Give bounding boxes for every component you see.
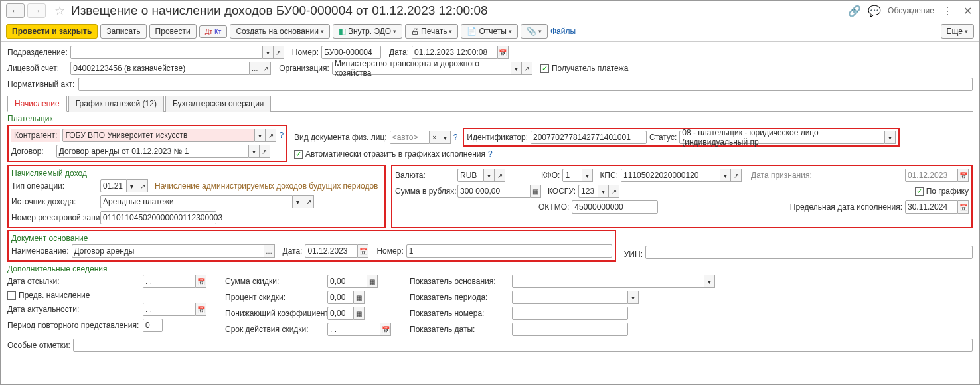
sched-checkbox[interactable]: ✓По графику (915, 187, 969, 196)
auto-help-icon[interactable]: ? (488, 149, 493, 159)
actual-cal[interactable]: 📅 (196, 303, 206, 316)
write-button[interactable]: Записать (100, 24, 146, 38)
kps-dd[interactable]: ▾ (720, 169, 731, 182)
account-input[interactable]: 04002123456 (в казначействе) (70, 62, 250, 75)
limit-cal[interactable]: 📅 (958, 200, 969, 214)
contr-dd[interactable]: ▾ (255, 129, 266, 142)
recog-cal[interactable]: 📅 (958, 169, 969, 182)
contr-input[interactable]: ГОБУ ВПО Университет искусств (62, 129, 255, 142)
account-open[interactable]: ↗ (260, 62, 271, 75)
basis-date-cal[interactable]: 📅 (358, 244, 368, 258)
post-and-close-button[interactable]: Провести и закрыть (6, 24, 98, 38)
kfo-dd[interactable]: ▾ (582, 169, 593, 182)
contr-open[interactable]: ↗ (266, 129, 276, 142)
term-input[interactable]: . . (327, 323, 380, 336)
optype-open[interactable]: ↗ (137, 179, 148, 193)
print-button[interactable]: 🖨Печать▾ (405, 24, 458, 38)
kps-input[interactable]: 11105022020000120 (621, 169, 720, 182)
subdiv-input[interactable] (70, 46, 263, 59)
basis-date-input[interactable]: 01.12.2023 (305, 244, 358, 258)
ind-basis-dd[interactable]: ▾ (704, 275, 715, 288)
oktmo-input[interactable]: 45000000000 (572, 200, 658, 214)
status-input[interactable]: 08 - плательщик - юридическое лицо (инди… (679, 131, 885, 144)
ind-period-input[interactable] (512, 291, 628, 304)
account-more[interactable]: … (250, 62, 260, 75)
optype-input[interactable]: 01.21 (100, 179, 127, 193)
disc-sum-input[interactable]: 0,00 (327, 275, 367, 288)
auto-checkbox[interactable]: ✓Автоматически отразить в графиках испол… (294, 149, 485, 159)
optype-dd[interactable]: ▾ (127, 179, 137, 193)
tab-accrual[interactable]: Начисление (7, 96, 67, 112)
doc-dd[interactable]: ▾ (440, 131, 451, 144)
dk-button[interactable]: ДтКт (199, 25, 228, 38)
link-icon[interactable]: 🔗 (848, 4, 861, 17)
discussion-label[interactable]: Обсуждение (888, 6, 934, 15)
coef-input[interactable]: 0,00 (327, 307, 354, 320)
tab-schedule[interactable]: График платежей (12) (68, 96, 164, 112)
coef-calc[interactable]: ▦ (354, 307, 365, 320)
subdiv-dd[interactable]: ▾ (263, 46, 274, 59)
status-dd[interactable]: ▾ (885, 131, 896, 144)
org-input[interactable]: Министерство транспорта и дорожного хозя… (332, 62, 511, 75)
marks-input[interactable] (73, 339, 973, 352)
kps-open[interactable]: ↗ (731, 169, 742, 182)
kebab-menu-icon[interactable]: ⋮ (941, 4, 954, 17)
reports-button[interactable]: 📄Отчеты▾ (461, 24, 517, 38)
org-dd[interactable]: ▾ (511, 62, 522, 75)
more-button[interactable]: Еще▾ (941, 24, 974, 38)
disc-pct-input[interactable]: 0,00 (327, 291, 354, 304)
date-cal[interactable]: 📅 (498, 46, 509, 59)
basis-name-input[interactable]: Договор аренды (72, 244, 264, 258)
kfo-input[interactable]: 1 (562, 169, 582, 182)
number-input[interactable]: БУ00-000004 (321, 46, 381, 59)
id-input[interactable]: 2007702778142771401001 (531, 131, 647, 144)
ind-basis-input[interactable] (512, 275, 704, 288)
contr-help-icon[interactable]: ? (279, 131, 284, 140)
files-link[interactable]: Файлы (550, 27, 576, 36)
doc-input[interactable]: <авто> (390, 131, 430, 144)
kosgu-dd[interactable]: ▾ (598, 185, 609, 198)
contract-open[interactable]: ↗ (260, 145, 270, 158)
basis-num-input[interactable]: 1 (406, 244, 612, 258)
send-cal[interactable]: 📅 (196, 275, 206, 288)
kosgu-input[interactable]: 123 (578, 185, 598, 198)
back-button[interactable]: ← (6, 3, 25, 18)
reg-input[interactable]: 011011045020000000112300003 (100, 211, 216, 224)
close-icon[interactable]: ✕ (961, 4, 974, 17)
forward-button[interactable]: → (27, 3, 46, 18)
date-input[interactable]: 01.12.2023 12:00:08 (412, 46, 498, 59)
attach-button[interactable]: 📎▾ (521, 24, 548, 38)
cur-dd[interactable]: ▾ (484, 169, 495, 182)
recipient-checkbox[interactable]: ✓Получатель платежа (540, 64, 628, 73)
post-button[interactable]: Провести (149, 24, 197, 38)
contract-input[interactable]: Договор аренды от 01.12.2023 № 1 (56, 145, 249, 158)
send-input[interactable]: . . (143, 275, 196, 288)
sum-calc[interactable]: ▦ (531, 185, 541, 198)
norm-input[interactable] (78, 78, 973, 91)
term-cal[interactable]: 📅 (380, 323, 391, 336)
source-dd[interactable]: ▾ (293, 195, 303, 208)
cur-open[interactable]: ↗ (495, 169, 505, 182)
edo-button[interactable]: ◧Внутр. ЭДО▾ (333, 24, 402, 38)
discussion-icon[interactable]: 💬 (868, 4, 881, 17)
source-input[interactable]: Арендные платежи (100, 195, 293, 208)
limit-input[interactable]: 30.11.2024 (905, 200, 958, 214)
preacc-checkbox[interactable]: Предв. начисление (7, 291, 90, 300)
uin-input[interactable] (645, 246, 973, 259)
disc-pct-calc[interactable]: ▦ (354, 291, 365, 304)
actual-input[interactable]: . . (143, 303, 196, 316)
subdiv-open[interactable]: ↗ (274, 46, 284, 59)
tab-accounting[interactable]: Бухгалтерская операция (165, 96, 271, 112)
source-open[interactable]: ↗ (303, 195, 314, 208)
basis-name-more[interactable]: … (264, 244, 275, 258)
repeat-input[interactable]: 0 (143, 319, 163, 332)
cur-input[interactable]: RUB (457, 169, 484, 182)
kosgu-open[interactable]: ↗ (609, 185, 619, 198)
doc-help-icon[interactable]: ? (453, 133, 458, 142)
ind-date-input[interactable] (512, 323, 628, 336)
sum-input[interactable]: 300 000,00 (457, 185, 531, 198)
contract-dd[interactable]: ▾ (249, 145, 260, 158)
ind-num-input[interactable] (512, 307, 628, 320)
favorite-star-icon[interactable]: ☆ (52, 3, 67, 18)
disc-sum-calc[interactable]: ▦ (367, 275, 378, 288)
